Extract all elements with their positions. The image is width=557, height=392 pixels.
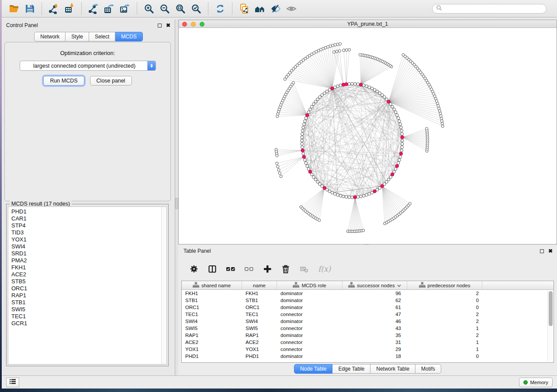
import-network-icon[interactable] (46, 2, 62, 16)
close-table-panel-icon[interactable]: ✖ (548, 249, 553, 253)
status-bar: Memory (2, 375, 557, 389)
mac-close-button[interactable] (182, 22, 187, 27)
memory-button[interactable]: Memory (519, 378, 553, 387)
float-table-panel-icon[interactable] (540, 249, 544, 253)
control-panel-tabs: NetworkStyleSelectMCDS (2, 32, 175, 41)
mcds-result-item[interactable]: YOX1 (11, 236, 166, 243)
show-all-icon[interactable] (284, 2, 299, 16)
mcds-result-item[interactable]: STB1 (11, 299, 166, 306)
table-scrollbar[interactable] (547, 290, 553, 362)
refresh-icon[interactable] (212, 2, 228, 16)
delete-rows-icon[interactable] (281, 265, 290, 273)
mcds-result-item[interactable]: ACE2 (11, 271, 166, 278)
cell-MCDS-role: dominator (277, 333, 343, 338)
tab-motifs[interactable]: Motifs (415, 364, 441, 374)
network-window-titlebar[interactable]: YPA_prune.txt_1 (179, 20, 557, 28)
table-row[interactable]: RAP1RAP1dominator352 (182, 332, 554, 339)
mcds-result-item[interactable]: FKH1 (11, 264, 166, 271)
cell-successor-nodes: 43 (343, 326, 407, 331)
cell-MCDS-role: connector (277, 347, 343, 352)
control-panel-title: Control Panel (6, 22, 38, 28)
export-image-icon[interactable] (117, 2, 133, 16)
tab-select[interactable]: Select (89, 32, 115, 41)
node-table[interactable]: shared namenameMCDS rolesuccessor nodesp… (181, 281, 554, 363)
mcds-result-item[interactable]: RAP1 (11, 292, 166, 299)
mcds-result-item[interactable]: SWI5 (11, 306, 166, 313)
table-row[interactable]: STB1STB1dominator620 (182, 297, 554, 304)
mcds-result-item[interactable]: TID3 (11, 229, 166, 236)
search-field[interactable] (432, 4, 547, 14)
mac-minimize-button[interactable] (191, 22, 196, 27)
zoom-selected-icon[interactable] (188, 2, 204, 16)
table-row[interactable]: PHD1PHD1dominator180 (182, 353, 554, 360)
first-neighbors-icon[interactable] (252, 2, 268, 16)
tab-edge-table[interactable]: Edge Table (332, 364, 370, 374)
hierarchy-icon (293, 282, 299, 289)
table-row[interactable]: SWI4SWI4dominator462 (182, 318, 554, 325)
clone-network-icon[interactable] (236, 2, 252, 16)
column-header-name[interactable]: name (242, 281, 277, 289)
cell-shared-name: PHD1 (182, 354, 242, 359)
task-history-button[interactable] (6, 378, 19, 387)
add-column-icon[interactable] (263, 265, 272, 273)
mac-zoom-button[interactable] (200, 22, 204, 27)
float-panel-icon[interactable] (158, 24, 162, 28)
run-mcds-button[interactable]: Run MCDS (43, 76, 84, 86)
zoom-fit-icon[interactable] (173, 2, 188, 16)
export-network-icon[interactable] (86, 2, 101, 16)
cell-successor-nodes: 62 (343, 298, 407, 303)
save-session-icon[interactable] (22, 2, 38, 16)
mcds-result-item[interactable]: SRD1 (11, 250, 166, 257)
mcds-result-item[interactable]: SWI4 (11, 243, 166, 250)
mcds-result-item[interactable]: STP4 (11, 222, 166, 229)
table-scrollbar-thumb[interactable] (549, 291, 553, 326)
table-row[interactable]: FKH1FKH1dominator962 (182, 290, 554, 297)
sort-descending-icon (397, 283, 401, 288)
table-row[interactable]: ORC1ORC1dominator610 (182, 304, 554, 311)
mcds-result-item[interactable]: PMA2 (11, 257, 166, 264)
zoom-in-icon[interactable] (141, 2, 157, 16)
close-panel-icon[interactable]: ✖ (166, 24, 170, 28)
mcds-result-list[interactable]: PHD1CAR1STP4TID3YOX1SWI4SRD1PMA2FKH1ACE2… (8, 206, 167, 364)
toolbar-separator (208, 3, 208, 15)
mcds-result-item[interactable]: CAR1 (11, 215, 166, 222)
table-row[interactable]: YOX1YOX1connector291 (182, 346, 554, 353)
close-panel-button[interactable]: Close panel (90, 76, 132, 86)
mcds-list-scrollbar[interactable] (161, 207, 166, 364)
table-row[interactable]: TEC1TEC1connector472 (182, 311, 554, 318)
tab-mcds[interactable]: MCDS (115, 32, 142, 41)
column-header-shared-name[interactable]: shared name (182, 281, 242, 289)
open-session-icon[interactable] (6, 2, 22, 16)
splitter-handle[interactable] (175, 198, 178, 209)
cell-name: SWI5 (242, 326, 277, 331)
import-table-icon[interactable] (62, 2, 77, 16)
mcds-result-item[interactable]: TEC1 (11, 313, 166, 320)
tab-node-table[interactable]: Node Table (294, 364, 333, 374)
select-all-icon[interactable] (226, 265, 235, 273)
mcds-result-item[interactable]: STB5 (11, 278, 166, 285)
mcds-result-item[interactable]: PHD1 (11, 208, 166, 215)
search-input[interactable] (442, 6, 543, 12)
show-columns-icon[interactable] (208, 265, 217, 273)
tab-network[interactable]: Network (34, 32, 66, 41)
deselect-all-icon[interactable] (245, 265, 253, 273)
cell-predecessor-nodes: 0 (407, 298, 482, 303)
optimization-criterion-dropdown[interactable]: largest connected component (undirected) (20, 61, 156, 71)
table-row[interactable]: ACE2ACE2connector311 (182, 339, 554, 346)
mcds-result-item[interactable]: GCR1 (11, 320, 166, 327)
zoom-out-icon[interactable] (157, 2, 173, 16)
graph-satellite-nodes-layer[interactable] (275, 43, 444, 233)
mcds-result-item[interactable]: ORC1 (11, 285, 166, 292)
vertical-splitter[interactable] (175, 20, 178, 375)
column-header-successor-nodes[interactable]: successor nodes (343, 281, 407, 289)
export-table-icon[interactable] (101, 2, 117, 16)
column-header-MCDS-role[interactable]: MCDS role (277, 281, 343, 289)
table-settings-icon[interactable] (190, 265, 198, 273)
table-row[interactable]: SWI5SWI5connector431 (182, 325, 554, 332)
column-header-predecessor-nodes[interactable]: predecessor nodes (407, 281, 482, 289)
hide-selected-icon[interactable] (268, 2, 284, 16)
tab-style[interactable]: Style (66, 32, 89, 41)
tab-network-table[interactable]: Network Table (370, 364, 415, 374)
delete-columns-disabled-icon[interactable] (300, 265, 308, 273)
network-canvas[interactable] (179, 28, 557, 244)
